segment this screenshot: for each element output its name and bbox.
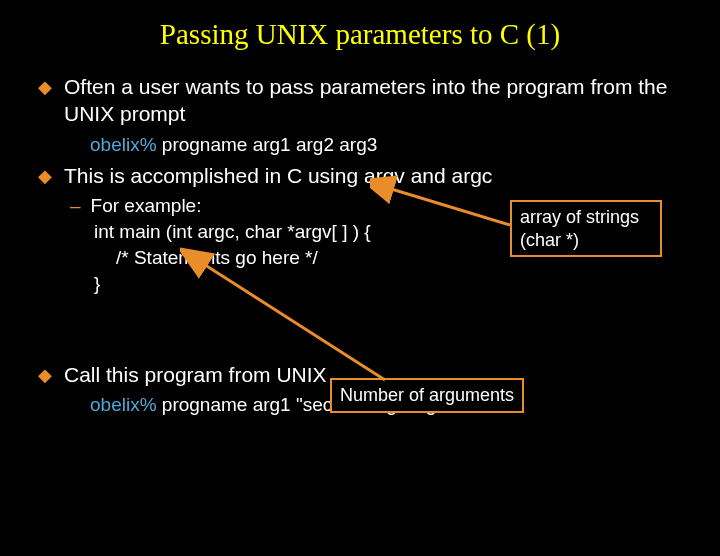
bullet-2-text: This is accomplished in C using argv and…	[64, 162, 492, 189]
bullet-3-text: Call this program from UNIX	[64, 361, 327, 388]
example-label-text: For example:	[91, 195, 202, 217]
diamond-icon: ◆	[38, 165, 52, 187]
code-line-3: }	[94, 273, 690, 295]
diamond-icon: ◆	[38, 76, 52, 98]
callout1-line2: (char *)	[520, 230, 579, 250]
command-1: obelix% progname arg1 arg2 arg3	[90, 134, 690, 156]
dash-icon: –	[70, 195, 81, 217]
bullet-2: ◆ This is accomplished in C using argv a…	[38, 162, 690, 189]
bullet-1: ◆ Often a user wants to pass parameters …	[38, 73, 690, 128]
bullet-1-text: Often a user wants to pass parameters in…	[64, 73, 690, 128]
cmd-1: progname arg1 arg2 arg3	[157, 134, 378, 155]
diamond-icon: ◆	[38, 364, 52, 386]
callout-num-args: Number of arguments	[330, 378, 524, 413]
slide-title: Passing UNIX parameters to C (1)	[30, 18, 690, 51]
callout-array-strings: array of strings (char *)	[510, 200, 662, 257]
prompt-1: obelix%	[90, 134, 157, 155]
prompt-2: obelix%	[90, 394, 157, 415]
callout2-text: Number of arguments	[340, 385, 514, 405]
callout1-line1: array of strings	[520, 207, 639, 227]
